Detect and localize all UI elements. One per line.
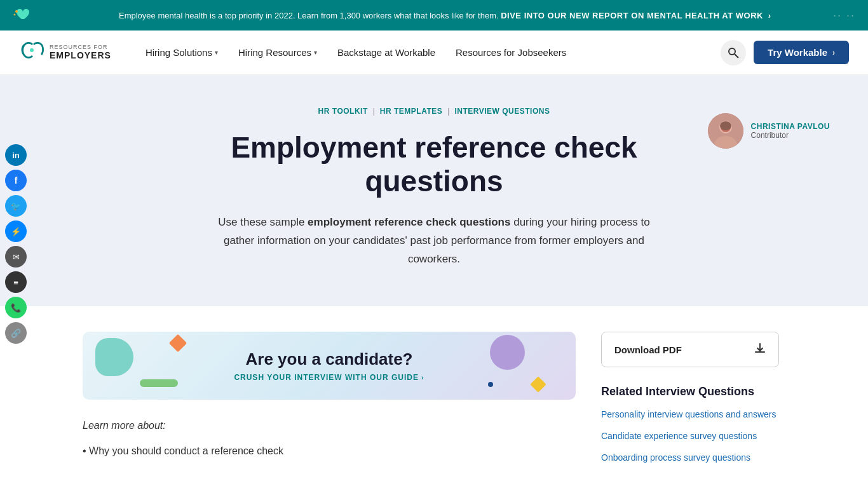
try-workable-arrow-icon: › [832, 48, 835, 57]
workable-logo-svg [19, 39, 44, 62]
messenger-icon: ⚡ [11, 227, 21, 236]
decorative-dots: ·· ·· [833, 9, 855, 22]
nav-jobseekers[interactable]: Resources for Jobseekers [447, 42, 575, 63]
search-button[interactable] [721, 40, 746, 65]
bullet-item: • Why you should conduct a reference che… [83, 442, 576, 461]
learn-more-label: Learn more about: [83, 420, 576, 431]
deco-yellow-shape [530, 377, 546, 393]
hero-desc-plain: Use these sample [218, 216, 308, 228]
chevron-down-icon: ▾ [215, 49, 218, 56]
header: RESOURCES FOR EMPLOYERS Hiring Solutions… [0, 30, 868, 75]
facebook-icon: f [15, 175, 18, 186]
top-banner: Employee mental health is a top priority… [0, 0, 868, 30]
social-email-button[interactable]: ✉ [5, 246, 27, 268]
nav-backstage-label: Backstage at Workable [337, 47, 435, 58]
hero-section: HR TOOLKIT | HR TEMPLATES | INTERVIEW QU… [0, 75, 868, 306]
author-info: CHRISTINA PAVLOU Contributor [751, 122, 830, 140]
breadcrumb-sep-1: | [373, 107, 375, 116]
copy-link-icon: 🔗 [11, 329, 21, 338]
twitter-icon: 🐦 [11, 201, 21, 211]
social-facebook-button[interactable]: f [5, 170, 27, 191]
email-icon: ✉ [13, 252, 20, 262]
related-link-3[interactable]: Onboarding process survey questions [601, 452, 779, 464]
related-link-2[interactable]: Candidate experience survey questions [601, 430, 779, 443]
main-nav: Hiring Solutions ▾ Hiring Resources ▾ Ba… [137, 42, 721, 63]
whatsapp-icon: 📞 [11, 303, 21, 313]
banner-cta[interactable]: DIVE INTO OUR NEW REPORT ON MENTAL HEALT… [501, 11, 763, 20]
author-name: CHRISTINA PAVLOU [751, 122, 830, 131]
banner-plain-text: Employee mental health is a top priority… [119, 11, 499, 20]
logo-text: RESOURCES FOR EMPLOYERS [50, 44, 111, 60]
svg-line-4 [735, 54, 738, 58]
chevron-down-icon: ▾ [314, 49, 317, 56]
logo[interactable]: RESOURCES FOR EMPLOYERS [19, 39, 111, 67]
svg-point-1 [14, 14, 16, 16]
nav-jobseekers-label: Resources for Jobseekers [456, 47, 566, 58]
deco-teal-shape [95, 338, 133, 376]
breadcrumb-hr-toolkit[interactable]: HR TOOLKIT [318, 107, 368, 116]
svg-point-9 [720, 121, 731, 130]
candidate-banner-sub-text: CRUSH YOUR INTERVIEW WITH OUR GUIDE [234, 373, 419, 382]
candidate-banner-title: Are you a candidate? [234, 349, 424, 369]
logo-icon [19, 39, 44, 67]
download-pdf-label: Download PDF [614, 344, 682, 355]
nav-hiring-resources[interactable]: Hiring Resources ▾ [229, 42, 326, 63]
author-role: Contributor [751, 131, 830, 140]
svg-point-3 [729, 48, 735, 55]
page-title: Employment reference check questions [212, 131, 656, 198]
svg-point-0 [15, 10, 18, 13]
avatar [708, 113, 743, 149]
social-copy-button[interactable]: 🔗 [5, 322, 27, 344]
social-messenger-button[interactable]: ⚡ [5, 220, 27, 242]
deco-purple-shape [490, 335, 525, 370]
main-content: Are you a candidate? CRUSH YOUR INTERVIE… [0, 306, 868, 488]
banner-text: Employee mental health is a top priority… [34, 11, 855, 20]
social-sidebar: in f 🐦 ⚡ ✉ ≡ 📞 🔗 [0, 138, 32, 350]
candidate-banner[interactable]: Are you a candidate? CRUSH YOUR INTERVIE… [83, 332, 576, 400]
author-card: CHRISTINA PAVLOU Contributor [708, 113, 830, 149]
author-avatar-image [708, 113, 743, 149]
download-arrow-icon [754, 342, 766, 354]
banner-arrow: › [768, 11, 771, 20]
nav-actions: Try Workable › [721, 40, 849, 65]
hero-desc-bold: employment reference check questions [308, 216, 510, 228]
breadcrumb-interview-questions[interactable]: INTERVIEW QUESTIONS [454, 107, 550, 116]
social-buffer-button[interactable]: ≡ [5, 271, 27, 293]
candidate-banner-text: Are you a candidate? CRUSH YOUR INTERVIE… [234, 349, 424, 382]
nav-backstage[interactable]: Backstage at Workable [329, 42, 444, 63]
nav-hiring-solutions-label: Hiring Solutions [146, 47, 212, 58]
deco-green-shape [140, 379, 178, 387]
linkedin-icon: in [12, 151, 20, 160]
social-linkedin-button[interactable]: in [5, 144, 27, 166]
content-left: Are you a candidate? CRUSH YOUR INTERVIE… [83, 332, 601, 461]
logo-employers: EMPLOYERS [50, 51, 111, 60]
try-workable-button[interactable]: Try Workable › [754, 41, 849, 64]
nav-hiring-resources-label: Hiring Resources [238, 47, 311, 58]
svg-point-2 [30, 48, 34, 52]
social-twitter-button[interactable]: 🐦 [5, 195, 27, 217]
banner-decoration-icon [13, 6, 31, 24]
banner-icon [13, 6, 31, 24]
try-workable-label: Try Workable [768, 47, 827, 58]
buffer-icon: ≡ [13, 278, 18, 287]
download-icon [754, 342, 766, 356]
deco-orange-shape [169, 334, 187, 352]
breadcrumb-hr-templates[interactable]: HR TEMPLATES [380, 107, 442, 116]
candidate-banner-subtitle: CRUSH YOUR INTERVIEW WITH OUR GUIDE › [234, 373, 424, 382]
related-title: Related Interview Questions [601, 385, 779, 398]
breadcrumb-sep-2: | [447, 107, 449, 116]
search-icon [728, 47, 739, 58]
download-pdf-button[interactable]: Download PDF [601, 332, 779, 367]
social-whatsapp-button[interactable]: 📞 [5, 297, 27, 318]
related-link-1[interactable]: Personality interview questions and answ… [601, 409, 779, 421]
breadcrumb: HR TOOLKIT | HR TEMPLATES | INTERVIEW QU… [89, 107, 779, 116]
nav-hiring-solutions[interactable]: Hiring Solutions ▾ [137, 42, 227, 63]
deco-dot-shape [488, 382, 493, 387]
hero-description: Use these sample employment reference ch… [218, 214, 650, 269]
candidate-banner-arrow-icon: › [421, 374, 424, 381]
content-right: Download PDF Related Interview Questions… [601, 332, 779, 473]
